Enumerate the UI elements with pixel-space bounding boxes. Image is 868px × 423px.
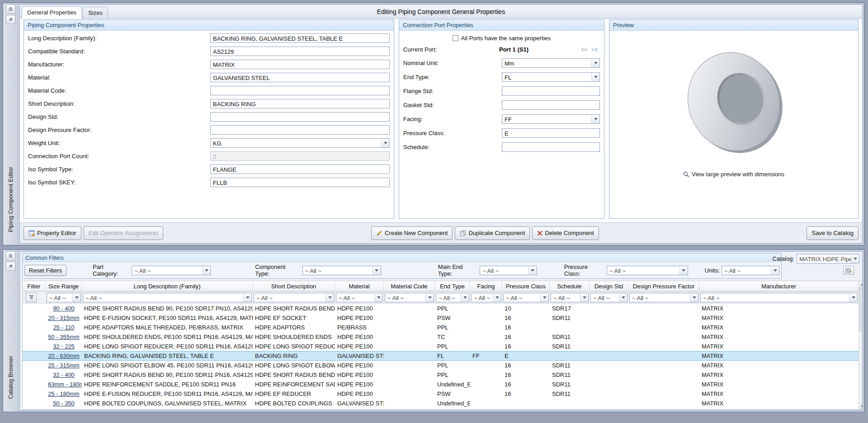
tab-general-properties[interactable]: General Properties	[22, 6, 82, 19]
filter-dropdown-material[interactable]: ~ All ~	[336, 293, 383, 302]
field-input[interactable]: KG	[210, 138, 390, 148]
chevron-down-icon[interactable]	[425, 293, 434, 302]
delete-component-button[interactable]: Delete Component	[532, 226, 599, 240]
chevron-down-icon[interactable]	[243, 293, 251, 302]
collapse-panel-button[interactable]	[6, 5, 15, 14]
size-range-link[interactable]: 20 - 315mm	[46, 315, 82, 321]
chevron-down-icon[interactable]	[461, 293, 469, 302]
browser-panel-vertical-title[interactable]: Catalog Browser	[7, 356, 14, 399]
save-to-catalog-button[interactable]: Save to Catalog	[807, 226, 859, 240]
field-input[interactable]: BACKING RING, GALVANISED STEEL, TABLE E	[210, 33, 390, 43]
table-row[interactable]: 63mm - 180mm HDPE REINFORCEMENT SADDLE, …	[23, 380, 859, 389]
field-input[interactable]: Mm	[502, 58, 600, 68]
column-header-long-description[interactable]: Long Description (Family)	[82, 281, 253, 291]
filter-dropdown-size-range[interactable]: ~ All ~	[47, 293, 81, 302]
field-input[interactable]	[210, 125, 390, 135]
filter-dropdown-long-description[interactable]: ~ All ~	[83, 293, 252, 302]
size-range-link[interactable]: 25 - 315mm	[46, 362, 82, 369]
field-input[interactable]: GALVANISED STEEL	[210, 73, 390, 82]
filter-funnel-button[interactable]	[26, 293, 37, 302]
chevron-down-icon[interactable]	[849, 293, 857, 302]
field-input[interactable]: FLANGE	[210, 164, 390, 174]
chevron-down-icon[interactable]	[591, 59, 599, 67]
grid-settings-button[interactable]	[843, 266, 854, 275]
pin-panel-button[interactable]	[6, 15, 15, 24]
size-range-link[interactable]: 25 - 180mm	[46, 390, 82, 397]
chevron-down-icon[interactable]	[851, 254, 859, 263]
field-input[interactable]	[502, 100, 600, 110]
create-new-component-button[interactable]: Create New Component	[371, 226, 453, 240]
filter-dropdown[interactable]: ~ All ~	[302, 266, 381, 275]
chevron-down-icon[interactable]	[690, 293, 698, 302]
chevron-down-icon[interactable]	[202, 266, 210, 275]
chevron-down-icon[interactable]	[619, 293, 627, 302]
column-header-design-pressure-factor[interactable]: Design Pressure Factor	[628, 281, 699, 291]
reset-filters-button[interactable]: Reset Filters	[24, 265, 66, 276]
column-header-material[interactable]: Material	[335, 281, 384, 291]
chevron-down-icon[interactable]	[381, 139, 389, 147]
chevron-down-icon[interactable]	[493, 293, 501, 302]
table-vertical-scrollbar[interactable]	[859, 281, 863, 409]
chevron-down-icon[interactable]	[373, 266, 381, 275]
duplicate-component-button[interactable]: Duplicate Component	[455, 226, 530, 240]
property-editor-button[interactable]: Property Editor	[24, 226, 81, 240]
field-input[interactable]	[210, 112, 390, 122]
field-input[interactable]: AS2129	[210, 47, 390, 56]
filter-dropdown-end-type[interactable]: ~ All ~	[436, 293, 469, 302]
field-input[interactable]: FL	[502, 72, 600, 82]
chevron-down-icon[interactable]	[591, 73, 599, 81]
table-row[interactable]: 90 - 400 HDPE SHORT RADIUS BEND 90, PE10…	[23, 304, 859, 313]
field-input[interactable]: BACKING RING	[210, 99, 390, 108]
table-row[interactable]: 20 - 315mm HDPE E-FUSION SOCKET, PE100 S…	[23, 313, 859, 323]
table-row[interactable]: 25 - 180mm HDPE E-FUSION REDUCER, PE100 …	[23, 389, 859, 399]
filter-dropdown-manufacturer[interactable]: ~ All ~	[700, 293, 858, 302]
field-input[interactable]: FF	[502, 114, 600, 124]
filter-dropdown-pressure-class[interactable]: ~ All ~	[503, 293, 549, 302]
size-range-link[interactable]: 50 - 350	[46, 400, 82, 407]
catalog-dropdown[interactable]: MATRIX HDPE Pipe Fitt	[797, 254, 859, 263]
edit-operator-assignments-button[interactable]: Edit Operator Assignments	[84, 226, 164, 240]
filter-dropdown[interactable]: ~ All ~	[132, 266, 211, 275]
size-range-link[interactable]: 20 - 630mm	[46, 352, 82, 359]
table-row[interactable]: 20 - 630mm BACKING RING, GALVANISED STEE…	[23, 351, 859, 361]
filter-dropdown-facing[interactable]: ~ All ~	[471, 293, 501, 302]
chevron-down-icon[interactable]	[591, 115, 599, 123]
chevron-down-icon[interactable]	[528, 266, 537, 275]
filter-dropdown[interactable]: ~ All ~	[607, 266, 688, 275]
scrollbar-thumb[interactable]	[859, 288, 863, 331]
field-input[interactable]: FLLB	[210, 178, 390, 187]
column-header-short-description[interactable]: Short Description	[253, 281, 335, 291]
all-ports-checkbox[interactable]	[453, 35, 458, 41]
filter-dropdown[interactable]: ~ All ~	[480, 266, 537, 275]
size-range-link[interactable]: 32 - 400	[46, 371, 82, 378]
scroll-down-arrow[interactable]	[859, 403, 863, 409]
column-header-end-type[interactable]: End Type	[435, 281, 470, 291]
view-large-preview-link[interactable]: View large preview with dimensions	[683, 171, 784, 178]
tab-sizes[interactable]: Sizes	[83, 7, 108, 18]
table-row[interactable]: 50 - 355mm HDPE SHOULDERED ENDS, PE100 S…	[23, 332, 859, 342]
size-range-link[interactable]: 63mm - 180mm	[46, 381, 82, 388]
table-row[interactable]: 25 - 315mm HDPE LONG SPIGOT ELBOW 45, PE…	[23, 361, 859, 370]
field-input[interactable]	[502, 142, 600, 152]
scroll-up-arrow[interactable]	[859, 281, 863, 288]
chevron-down-icon[interactable]	[679, 266, 688, 275]
column-header-design-std[interactable]: Design Std	[590, 281, 628, 291]
field-input[interactable]: 2	[210, 151, 390, 161]
chevron-down-icon[interactable]	[374, 293, 382, 302]
filter-dropdown-design-pressure-factor[interactable]: ~ All ~	[629, 293, 698, 302]
column-header-manufacturer[interactable]: Manufacturer	[699, 281, 859, 291]
column-header-material-code[interactable]: Material Code	[384, 281, 435, 291]
chevron-down-icon[interactable]	[326, 293, 334, 302]
column-header-size-range[interactable]: Size Range	[46, 281, 82, 291]
table-row[interactable]: 50 - 350 HDPE BOLTED COUPLINGS, GALVANIS…	[23, 399, 859, 408]
next-port-arrow-icon[interactable]: ⇨	[592, 46, 598, 53]
editor-panel-vertical-title[interactable]: Piping Component Editor	[7, 167, 14, 232]
filter-dropdown-short-description[interactable]: ~ All ~	[254, 293, 334, 302]
column-header-schedule[interactable]: Schedule	[550, 281, 590, 291]
filter-dropdown-material-code[interactable]: ~ All ~	[385, 293, 434, 302]
column-header-pressure-class[interactable]: Pressure Class	[502, 281, 550, 291]
field-input[interactable]	[210, 86, 390, 95]
size-range-link[interactable]: 50 - 355mm	[46, 334, 82, 340]
size-range-link[interactable]: 25 - 110	[46, 324, 82, 331]
table-row[interactable]: 25 - 110 HDPE ADAPTORS MALE THREADED, PE…	[23, 323, 859, 332]
